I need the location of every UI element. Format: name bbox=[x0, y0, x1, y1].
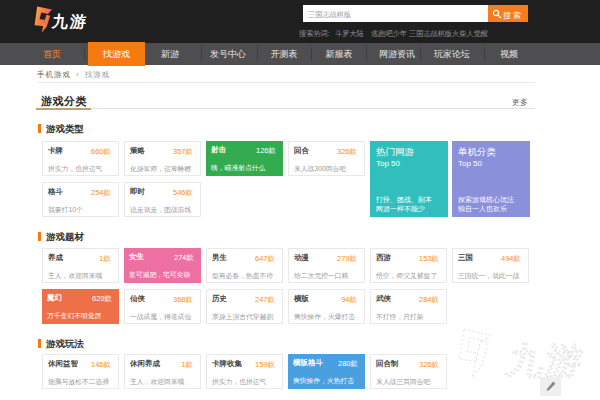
svg-text:九游: 九游 bbox=[504, 340, 588, 381]
